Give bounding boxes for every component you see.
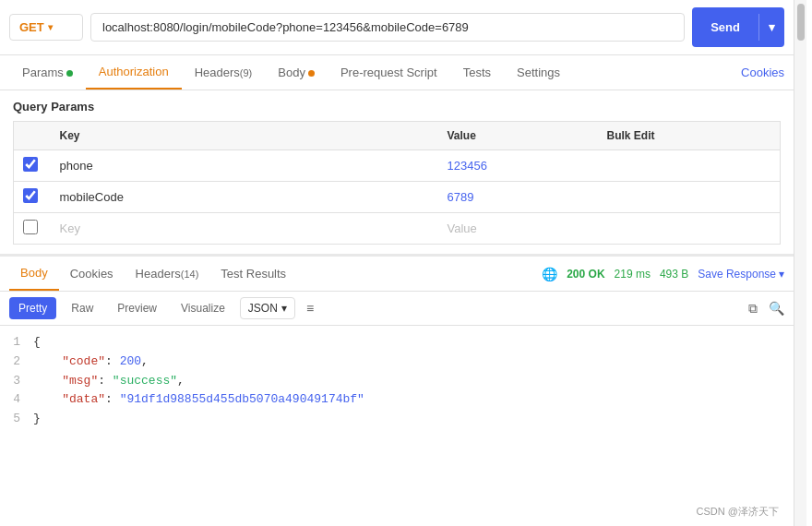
col-header-value: Value — [438, 122, 598, 150]
table-row-empty: Key Value — [14, 213, 781, 245]
filter-icon[interactable]: ≡ — [306, 301, 314, 316]
send-button[interactable]: Send ▾ — [692, 7, 784, 47]
row2-checkbox[interactable] — [23, 188, 38, 203]
code-line-2: 2 "code": 200, — [0, 353, 794, 372]
col-header-bulk[interactable]: Bulk Edit — [598, 122, 781, 150]
row2-value: 6789 — [448, 190, 474, 204]
response-status: 200 OK — [567, 268, 604, 281]
request-tabs-bar: Params Authorization Headers(9) Body Pre… — [0, 55, 794, 90]
row3-checkbox[interactable] — [23, 220, 38, 234]
send-label: Send — [692, 14, 758, 41]
scrollbar-thumb[interactable] — [797, 4, 805, 41]
code-line-4: 4 "data": "91df1d98855d455db5070a4904917… — [0, 390, 794, 410]
json-select-chevron-icon: ▾ — [281, 302, 287, 315]
watermark: CSDN @泽济天下 — [697, 505, 779, 519]
body-dot — [308, 70, 315, 77]
tab-params[interactable]: Params — [9, 56, 86, 89]
response-meta: 🌐 200 OK 219 ms 493 B Save Response ▾ — [542, 267, 784, 281]
save-response-button[interactable]: Save Response ▾ — [698, 268, 784, 281]
vertical-scrollbar[interactable] — [794, 0, 806, 526]
format-pretty-button[interactable]: Pretty — [9, 297, 56, 319]
cookies-link[interactable]: Cookies — [741, 56, 784, 89]
tab-prerequest[interactable]: Pre-request Script — [328, 56, 450, 89]
tab-settings[interactable]: Settings — [504, 56, 573, 89]
response-section: Body Cookies Headers(14) Test Results 🌐 … — [0, 254, 794, 436]
params-dot — [66, 70, 73, 77]
section-title: Query Params — [13, 100, 781, 114]
response-tab-headers[interactable]: Headers(14) — [125, 257, 210, 290]
row3-value-placeholder: Value — [448, 221, 477, 235]
tab-tests[interactable]: Tests — [450, 56, 504, 89]
row3-key-placeholder: Key — [60, 221, 80, 235]
format-preview-button[interactable]: Preview — [108, 297, 166, 319]
row1-key: phone — [60, 159, 93, 173]
tab-body[interactable]: Body — [265, 56, 328, 89]
col-header-check — [14, 122, 51, 150]
params-table: Key Value Bulk Edit phone 123456 mobile — [13, 121, 781, 245]
tab-headers[interactable]: Headers(9) — [182, 56, 266, 89]
row2-key: mobileCode — [60, 190, 124, 204]
table-row: mobileCode 6789 — [14, 182, 781, 213]
copy-icon[interactable]: ⧉ — [748, 301, 758, 317]
save-response-chevron-icon: ▾ — [779, 268, 784, 281]
code-line-1: 1 { — [0, 333, 794, 353]
query-params-section: Query Params Key Value Bulk Edit phone 1… — [0, 90, 794, 245]
response-tabs-bar: Body Cookies Headers(14) Test Results 🌐 … — [0, 257, 794, 292]
send-dropdown-icon[interactable]: ▾ — [758, 14, 784, 41]
method-label: GET — [19, 20, 44, 34]
row1-value: 123456 — [448, 159, 487, 173]
code-line-3: 3 "msg": "success", — [0, 372, 794, 391]
url-bar: GET ▾ Send ▾ — [0, 0, 794, 55]
response-time: 219 ms — [615, 268, 651, 281]
response-tab-cookies[interactable]: Cookies — [59, 257, 125, 290]
row1-checkbox[interactable] — [23, 157, 38, 172]
method-chevron-icon: ▾ — [48, 22, 53, 32]
response-tab-body[interactable]: Body — [9, 257, 59, 291]
format-raw-button[interactable]: Raw — [62, 297, 102, 319]
code-area: 1 { 2 "code": 200, 3 "msg": "success", 4… — [0, 326, 794, 436]
tab-authorization[interactable]: Authorization — [86, 55, 182, 90]
search-icon[interactable]: 🔍 — [769, 301, 784, 316]
table-row: phone 123456 — [14, 150, 781, 182]
method-selector[interactable]: GET ▾ — [9, 14, 83, 41]
response-tab-testresults[interactable]: Test Results — [209, 257, 297, 290]
url-input[interactable] — [90, 13, 685, 42]
code-line-5: 5 } — [0, 410, 794, 429]
json-format-select[interactable]: JSON ▾ — [240, 297, 295, 319]
response-size: 493 B — [660, 268, 688, 281]
globe-icon: 🌐 — [542, 267, 557, 281]
col-header-key: Key — [51, 122, 438, 150]
format-visualize-button[interactable]: Visualize — [172, 297, 234, 319]
format-bar: Pretty Raw Preview Visualize JSON ▾ ≡ ⧉ … — [0, 292, 794, 326]
